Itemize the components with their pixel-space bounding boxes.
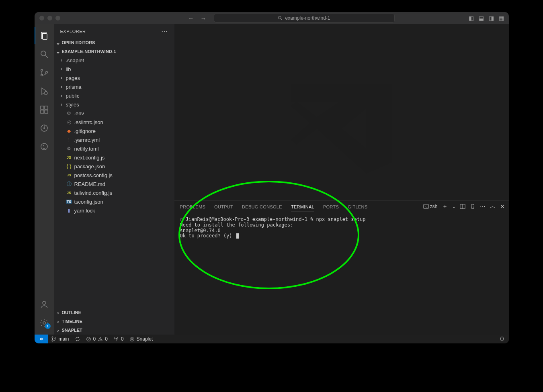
panel-tab-terminal[interactable]: TERMINAL bbox=[291, 202, 314, 212]
activity-debug[interactable] bbox=[35, 83, 54, 100]
layout-left-icon[interactable]: ◧ bbox=[469, 15, 474, 21]
close-dot[interactable] bbox=[39, 16, 44, 20]
traffic-lights bbox=[39, 16, 60, 20]
activity-settings[interactable]: 1 bbox=[35, 314, 54, 331]
command-center[interactable]: example-northwind-1 bbox=[214, 14, 395, 22]
file-item[interactable]: JSnext.config.js bbox=[54, 153, 174, 162]
kill-terminal-button[interactable] bbox=[470, 204, 475, 209]
folder-item[interactable]: ›prisma bbox=[54, 82, 174, 91]
file-item[interactable]: TStsconfig.json bbox=[54, 197, 174, 206]
activity-gitlens[interactable] bbox=[35, 120, 54, 137]
layout-customize-icon[interactable]: ▦ bbox=[499, 15, 504, 21]
section-outline[interactable]: › OUTLINE bbox=[54, 308, 174, 317]
problems-indicator[interactable]: 0 0 bbox=[83, 335, 111, 343]
nav-back-icon[interactable]: ← bbox=[188, 15, 194, 22]
file-icon: ! bbox=[66, 137, 72, 143]
svg-line-1 bbox=[281, 19, 282, 20]
file-icon: ⚙ bbox=[66, 110, 72, 116]
file-icon: JS bbox=[66, 191, 72, 195]
activity-explorer[interactable] bbox=[35, 27, 54, 44]
folder-item[interactable]: ›styles bbox=[54, 100, 174, 109]
bell-icon bbox=[499, 336, 505, 342]
activity-account[interactable] bbox=[35, 296, 54, 313]
file-icon: ⓘ bbox=[66, 181, 72, 188]
snaplet-icon bbox=[39, 142, 49, 151]
section-open-editors[interactable]: ⌄ OPEN EDITORS bbox=[54, 38, 174, 47]
sync-button[interactable] bbox=[72, 335, 83, 343]
panel-close-icon[interactable]: ✕ bbox=[500, 203, 505, 210]
branch-indicator[interactable]: main bbox=[48, 335, 72, 343]
chevron-right-icon: › bbox=[59, 57, 64, 63]
snaplet-status[interactable]: Snaplet bbox=[127, 335, 156, 343]
activity-snaplet[interactable] bbox=[35, 138, 54, 155]
folder-item[interactable]: ›pages bbox=[54, 74, 174, 82]
file-icon: ▮ bbox=[66, 208, 72, 213]
svg-point-18 bbox=[43, 322, 45, 324]
svg-point-6 bbox=[45, 71, 47, 74]
panel-tab-output[interactable]: OUTPUT bbox=[214, 202, 233, 212]
panel-tab-ports[interactable]: PORTS bbox=[323, 202, 339, 212]
extensions-icon bbox=[39, 105, 49, 114]
file-item[interactable]: JSpostcss.config.js bbox=[54, 171, 174, 180]
minimize-dot[interactable] bbox=[47, 16, 52, 20]
ports-indicator[interactable]: 0 bbox=[111, 335, 127, 343]
gitlens-icon bbox=[39, 123, 49, 133]
file-item[interactable]: ⓘREADME.md bbox=[54, 180, 174, 188]
svg-point-13 bbox=[43, 127, 45, 129]
folder-item[interactable]: ›.snaplet bbox=[54, 56, 174, 65]
section-project[interactable]: ⌄ EXAMPLE-NORTHWIND-1 bbox=[54, 47, 174, 56]
folder-item[interactable]: ›lib bbox=[54, 65, 174, 74]
layout-right-icon[interactable]: ◨ bbox=[489, 15, 494, 21]
sidebar-more-icon[interactable]: ⋯ bbox=[161, 27, 168, 35]
panel-more-icon[interactable]: ⋯ bbox=[480, 203, 486, 210]
panel-maximize-icon[interactable]: ︿ bbox=[490, 203, 496, 210]
new-terminal-button[interactable]: ＋ bbox=[442, 203, 448, 210]
activity-bar: 1 bbox=[35, 24, 54, 335]
section-timeline[interactable]: › TIMELINE bbox=[54, 317, 174, 326]
remote-button[interactable] bbox=[35, 335, 48, 343]
sidebar-title: EXPLORER bbox=[60, 29, 86, 34]
file-item[interactable]: ▮yarn.lock bbox=[54, 206, 174, 215]
split-terminal-button[interactable] bbox=[460, 204, 465, 209]
editor-area: PROBLEMSOUTPUTDEBUG CONSOLETERMINALPORTS… bbox=[174, 24, 509, 335]
chevron-right-icon: › bbox=[55, 327, 61, 333]
terminal-dropdown-icon[interactable]: ⌄ bbox=[452, 204, 455, 209]
chevron-right-icon: › bbox=[59, 75, 64, 81]
search-icon bbox=[278, 16, 283, 20]
folder-item[interactable]: ›public bbox=[54, 91, 174, 100]
svg-point-24 bbox=[54, 338, 55, 339]
terminal-output[interactable]: JianReis@MacBook-Pro-3 example-northwind… bbox=[174, 214, 509, 335]
panel-tab-gitlens[interactable]: GITLENS bbox=[348, 202, 367, 212]
activity-scm[interactable] bbox=[35, 64, 54, 81]
statusbar: main 0 0 0 Snaplet bbox=[35, 335, 509, 343]
section-snaplet[interactable]: › SNAPLET bbox=[54, 326, 174, 335]
layout-bottom-icon[interactable]: ⬓ bbox=[479, 15, 484, 21]
terminal-shell-selector[interactable]: zsh bbox=[423, 204, 438, 209]
file-item[interactable]: { }package.json bbox=[54, 162, 174, 171]
nav-forward-icon[interactable]: → bbox=[201, 15, 207, 22]
sync-icon bbox=[75, 336, 80, 342]
terminal-icon bbox=[423, 204, 429, 209]
panel-tab-problems[interactable]: PROBLEMS bbox=[180, 202, 206, 212]
svg-rect-10 bbox=[45, 110, 48, 113]
panel-tab-debug-console[interactable]: DEBUG CONSOLE bbox=[242, 202, 282, 212]
activity-search[interactable] bbox=[35, 46, 54, 63]
file-item[interactable]: ⚙.env bbox=[54, 109, 174, 118]
svg-point-4 bbox=[41, 69, 43, 71]
file-item[interactable]: ⚙netlify.toml bbox=[54, 144, 174, 153]
svg-point-5 bbox=[41, 74, 43, 76]
sidebar-explorer: EXPLORER ⋯ ⌄ OPEN EDITORS ⌄ EXAMPLE-NORT… bbox=[54, 24, 174, 335]
terminal-marker-icon bbox=[180, 218, 183, 221]
error-icon bbox=[86, 337, 91, 342]
warning-icon bbox=[98, 337, 103, 342]
zoom-dot[interactable] bbox=[55, 16, 60, 20]
file-item[interactable]: JStailwind.config.js bbox=[54, 188, 174, 197]
file-item[interactable]: !.yarnrc.yml bbox=[54, 135, 174, 144]
file-item[interactable]: ◎.eslintrc.json bbox=[54, 118, 174, 127]
activity-extensions[interactable] bbox=[35, 101, 54, 118]
chevron-right-icon: › bbox=[55, 310, 61, 316]
notifications-button[interactable] bbox=[496, 335, 509, 343]
chevron-right-icon: › bbox=[59, 102, 64, 107]
file-tree: ›.snaplet›lib›pages›prisma›public›styles… bbox=[54, 56, 174, 308]
file-item[interactable]: ◆.gitignore bbox=[54, 127, 174, 135]
